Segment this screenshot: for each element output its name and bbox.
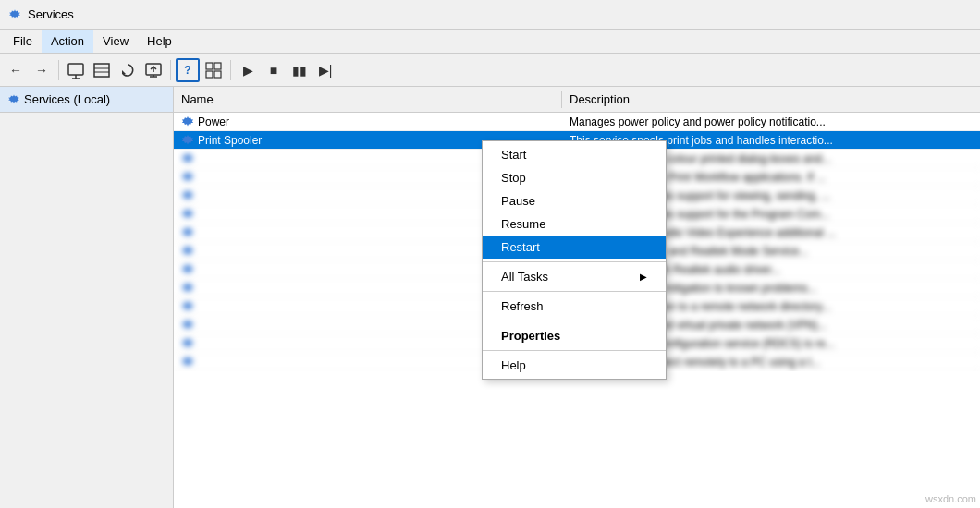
- context-menu-item-start[interactable]: Start: [483, 143, 666, 166]
- menu-file[interactable]: File: [4, 30, 42, 53]
- menu-action[interactable]: Action: [42, 30, 93, 53]
- context-menu-item-pause[interactable]: Pause: [483, 189, 666, 212]
- toolbar-sep1: [58, 60, 59, 80]
- menu-bar: File Action View Help: [0, 30, 980, 54]
- context-menu-item-label: Properties: [501, 329, 560, 343]
- toolbar-back[interactable]: ←: [4, 58, 28, 82]
- svg-rect-14: [206, 71, 213, 78]
- context-menu-item-resume[interactable]: Resume: [483, 212, 666, 236]
- menu-view[interactable]: View: [93, 30, 138, 53]
- service-gear-icon: [181, 171, 194, 184]
- toolbar-step[interactable]: ▶|: [313, 58, 337, 82]
- context-menu-item-label: Stop: [501, 171, 526, 185]
- service-name-text: Print Spooler: [198, 134, 262, 147]
- context-menu-item-properties[interactable]: Properties: [483, 324, 666, 347]
- title-bar-icon: [7, 7, 22, 22]
- context-menu-item-all-tasks[interactable]: All Tasks▶: [483, 265, 666, 288]
- toolbar-help[interactable]: ?: [176, 58, 200, 82]
- service-gear-icon: [181, 226, 194, 239]
- service-gear-icon: [181, 208, 194, 221]
- service-gear-icon: [181, 263, 194, 276]
- service-desc-cell: Manages power policy and power policy no…: [562, 115, 980, 128]
- context-menu-item-restart[interactable]: Restart: [483, 236, 666, 259]
- service-gear-icon: [181, 300, 194, 313]
- svg-rect-1: [68, 64, 83, 75]
- menu-help[interactable]: Help: [138, 30, 181, 53]
- context-menu-item-label: Help: [501, 358, 526, 372]
- service-gear-icon: [181, 134, 194, 147]
- toolbar-forward[interactable]: →: [30, 58, 54, 82]
- context-menu-item-help[interactable]: Help: [483, 354, 666, 377]
- toolbar-list[interactable]: [90, 58, 114, 82]
- main-layout: Services (Local) Name Description PowerM…: [0, 87, 980, 508]
- service-gear-icon: [181, 319, 194, 332]
- title-bar: Services: [0, 0, 980, 30]
- toolbar-console[interactable]: [64, 58, 88, 82]
- toolbar-grid[interactable]: [202, 58, 226, 82]
- right-panel: Name Description PowerManages power poli…: [174, 87, 980, 508]
- context-menu-item-label: Restart: [501, 240, 540, 254]
- left-panel-header: Services (Local): [0, 87, 173, 113]
- service-gear-icon: [181, 189, 194, 202]
- service-gear-icon: [181, 337, 194, 350]
- service-name-cell: Power: [174, 115, 562, 128]
- context-menu-item-label: Resume: [501, 217, 545, 231]
- toolbar: ← → ?: [0, 54, 980, 87]
- svg-rect-13: [214, 63, 221, 69]
- watermark: wsxdn.com: [925, 493, 976, 504]
- table-header: Name Description: [174, 87, 980, 113]
- context-menu-separator: [483, 291, 666, 292]
- context-menu-separator: [483, 321, 666, 321]
- context-menu-item-stop[interactable]: Stop: [483, 166, 666, 189]
- toolbar-stop[interactable]: ■: [262, 58, 286, 82]
- service-name-text: Power: [198, 115, 229, 128]
- context-menu-item-label: All Tasks: [501, 270, 548, 284]
- context-menu-item-label: Refresh: [501, 299, 544, 313]
- toolbar-sep2: [170, 60, 171, 80]
- service-gear-icon: [181, 245, 194, 258]
- toolbar-refresh[interactable]: [116, 58, 140, 82]
- toolbar-export[interactable]: [141, 58, 165, 82]
- toolbar-play[interactable]: ▶: [236, 58, 260, 82]
- svg-rect-12: [206, 63, 213, 69]
- table-row[interactable]: PowerManages power policy and power poli…: [174, 113, 980, 131]
- context-menu-item-refresh[interactable]: Refresh: [483, 295, 666, 318]
- submenu-arrow-icon: ▶: [640, 272, 647, 282]
- service-gear-icon: [181, 356, 194, 369]
- toolbar-sep3: [230, 60, 231, 80]
- toolbar-pause[interactable]: ▮▮: [288, 58, 312, 82]
- col-header-desc: Description: [562, 91, 980, 108]
- service-gear-icon: [181, 115, 194, 128]
- col-header-name[interactable]: Name: [174, 91, 562, 108]
- context-menu-separator: [483, 350, 666, 351]
- svg-rect-15: [214, 71, 221, 78]
- service-gear-icon: [181, 282, 194, 295]
- service-gear-icon: [181, 152, 194, 165]
- context-menu-item-label: Start: [501, 148, 526, 162]
- left-panel: Services (Local): [0, 87, 174, 508]
- left-panel-body: [0, 113, 173, 508]
- svg-marker-7: [122, 70, 126, 74]
- context-menu-separator: [483, 261, 666, 262]
- svg-rect-4: [94, 64, 109, 77]
- title-bar-title: Services: [28, 7, 74, 21]
- left-panel-title: Services (Local): [24, 92, 110, 106]
- context-menu: StartStopPauseResumeRestartAll Tasks▶Ref…: [482, 140, 667, 380]
- context-menu-item-label: Pause: [501, 194, 535, 208]
